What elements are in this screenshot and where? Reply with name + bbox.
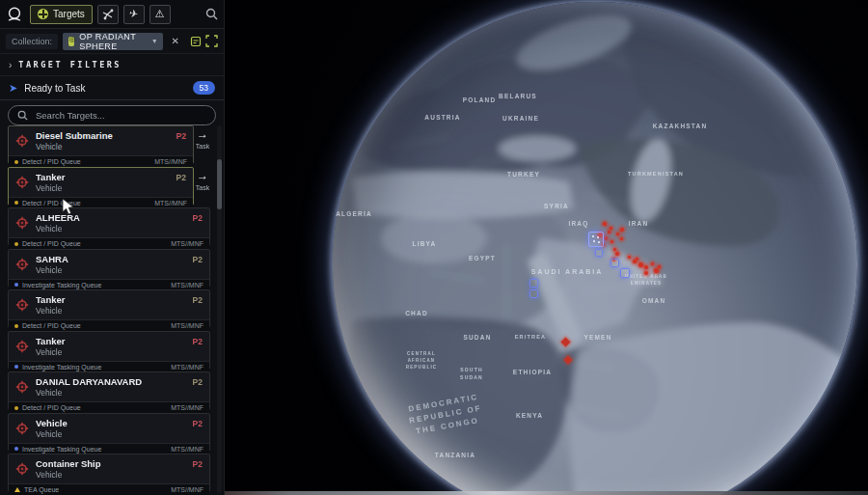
search-icon[interactable]: [205, 8, 218, 20]
priority-badge: P2: [193, 213, 203, 223]
target-name: Container Ship: [36, 458, 203, 469]
bottom-scrollbar[interactable]: [224, 491, 868, 495]
queue-status-dot: [14, 242, 18, 246]
target-filters-label: TARGET FILTERS: [18, 60, 122, 69]
queue-status-dot: [14, 406, 18, 410]
priority-badge: P2: [176, 173, 186, 182]
alerts-button[interactable]: ⚠: [149, 5, 171, 24]
target-card-footer: Investigate Tasking QueueMTS//MNF: [9, 279, 209, 290]
targets-tab-button[interactable]: Targets: [30, 5, 93, 24]
aircraft-layer-button[interactable]: ✈: [123, 5, 145, 24]
target-crosshair-icon: [15, 380, 29, 394]
chevron-down-icon: ▾: [152, 37, 156, 45]
target-type: Vehicle: [36, 265, 203, 275]
ready-to-task-filter[interactable]: ➤ Ready to Task 53: [0, 76, 224, 100]
queue-label: Detect / PID Queue: [22, 322, 81, 329]
target-card-body: ALHEERAVehicleP2: [9, 208, 209, 237]
send-to-task-icon: ➤: [9, 83, 17, 94]
priority-badge: P2: [193, 295, 203, 305]
ready-count-badge: 53: [193, 81, 215, 95]
collection-value: OP RADIANT SPHERE: [79, 32, 140, 51]
target-type: Vehicle: [36, 183, 187, 193]
target-type: Vehicle: [36, 429, 203, 439]
affiliation-label: MTS//MNF: [171, 240, 203, 247]
queue-status-dot: [14, 324, 18, 328]
target-card[interactable]: Diesel SubmarineVehicleP2Detect / PID Qu…: [8, 125, 194, 164]
target-card[interactable]: TankerVehicleP2Investigate Tasking Queue…: [8, 331, 210, 370]
priority-badge: P2: [193, 337, 203, 346]
target-crosshair-icon: [15, 258, 29, 271]
target-card-footer: Investigate Tasking QueueMTS//MNF: [9, 443, 209, 454]
collection-dropdown[interactable]: OP RADIANT SPHERE ▾: [63, 33, 163, 50]
target-card-body: TankerVehicleP2: [9, 290, 209, 319]
priority-badge: P2: [193, 377, 203, 387]
task-action-label: Task: [194, 143, 211, 150]
target-card-body: TankerVehicleP2: [9, 332, 209, 361]
target-crosshair-icon: [15, 176, 29, 189]
target-card[interactable]: Container ShipVehicleP2TEA QueueMTS//MNF: [8, 454, 210, 492]
queue-status-dot: [14, 283, 18, 287]
target-card[interactable]: SAHRAVehicleP2Investigate Tasking QueueM…: [8, 249, 210, 288]
airplane-icon: ✈: [128, 7, 140, 21]
target-crosshair-icon: [15, 298, 29, 312]
search-targets-field[interactable]: [8, 105, 216, 125]
sidebar-scrollbar-thumb[interactable]: [217, 159, 222, 209]
target-name: Tanker: [36, 336, 203, 346]
target-card[interactable]: ALHEERAVehicleP2Detect / PID QueueMTS//M…: [8, 207, 210, 246]
arrow-right-icon: →: [194, 129, 211, 140]
globe[interactable]: [333, 2, 857, 495]
target-card-footer: TEA QueueMTS//MNF: [9, 483, 209, 495]
priority-badge: P2: [176, 131, 186, 141]
target-card-footer: Detect / PID QueueMTS//MNF: [9, 237, 209, 249]
target-card-body: SAHRAVehicleP2: [9, 250, 209, 279]
target-type: Vehicle: [36, 388, 203, 398]
map-viewport[interactable]: POLANDBELARUSUKRAINEAUSTRIAKAZAKHSTANTUR…: [224, 0, 868, 495]
chevron-right-icon: ›: [9, 60, 12, 70]
target-name: Diesel Submarine: [36, 130, 187, 141]
target-name: Tanker: [36, 294, 203, 305]
constellation-view-button[interactable]: [97, 5, 119, 24]
target-card-footer: Detect / PID QueueMTS//MNF: [9, 319, 209, 331]
affiliation-label: MTS//MNF: [171, 322, 203, 329]
target-card-body: DANIAL DARYANAVARDVehicleP2: [9, 372, 209, 401]
ready-to-task-label: Ready to Task: [24, 83, 85, 94]
queue-label: Detect / PID Queue: [22, 404, 81, 411]
sidebar: Targets ✈ ⚠ Collection:: [0, 0, 225, 495]
target-crosshair-icon: [15, 216, 29, 230]
save-view-icon[interactable]: [190, 36, 202, 47]
arrow-right-icon: →: [194, 171, 211, 181]
app-root: POLANDBELARUSUKRAINEAUSTRIAKAZAKHSTANTUR…: [0, 0, 868, 495]
search-icon: [17, 110, 28, 121]
target-type: Vehicle: [36, 470, 203, 480]
queue-status-dot: [14, 201, 18, 205]
queue-label: Detect / PID Queue: [22, 240, 81, 247]
multi-arrow-icon: [102, 9, 114, 20]
target-card[interactable]: TankerVehicleP2Detect / PID QueueMTS//MN…: [8, 289, 210, 328]
mouse-cursor: [62, 198, 75, 215]
task-action-button[interactable]: →Task: [194, 171, 211, 191]
target-type: Vehicle: [36, 142, 187, 151]
target-crosshair-icon: [15, 422, 29, 435]
target-name: Tanker: [36, 172, 187, 182]
target-card[interactable]: DANIAL DARYANAVARDVehicleP2Detect / PID …: [8, 371, 210, 410]
target-card[interactable]: TankerVehicleP2Detect / PID QueueMTS//MN…: [8, 167, 194, 206]
target-crosshair-icon: [15, 340, 29, 353]
top-toolbar: Targets ✈ ⚠: [0, 0, 224, 29]
target-type: Vehicle: [36, 224, 203, 234]
target-card[interactable]: VehicleVehicleP2Investigate Tasking Queu…: [8, 413, 210, 452]
target-filters-header[interactable]: › TARGET FILTERS: [0, 54, 224, 76]
target-list: Diesel SubmarineVehicleP2Detect / PID Qu…: [0, 124, 224, 495]
app-logo-icon[interactable]: [6, 6, 23, 23]
clear-collection-icon[interactable]: ✕: [172, 36, 179, 46]
task-action-button[interactable]: →Task: [194, 129, 211, 150]
target-card-body: VehicleVehicleP2: [9, 414, 209, 443]
target-card-footer: Detect / PID QueueMTS//MNF: [9, 197, 193, 208]
search-targets-input[interactable]: [34, 109, 192, 122]
queue-status-dot: [14, 447, 18, 451]
select-area-icon[interactable]: [205, 35, 218, 47]
queue-label: Investigate Tasking Queue: [22, 282, 101, 289]
queue-label: Investigate Tasking Queue: [22, 364, 101, 371]
target-name: DANIAL DARYANAVARD: [36, 376, 203, 387]
priority-badge: P2: [193, 459, 203, 469]
collection-label: Collection:: [6, 34, 58, 49]
